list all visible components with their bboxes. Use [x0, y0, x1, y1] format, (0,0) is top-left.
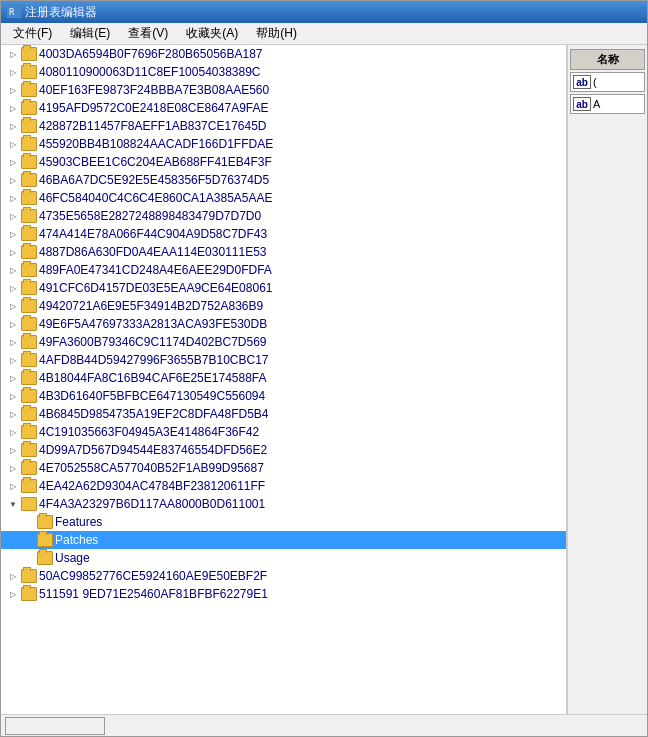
expand-icon[interactable]: ▷: [5, 154, 21, 170]
tree-panel[interactable]: ▷ 4003DA6594B0F7696F280B65056BA187 ▷ 408…: [1, 45, 567, 714]
expand-icon[interactable]: ▷: [5, 46, 21, 62]
tree-item[interactable]: ▷ 491CFC6D4157DE03E5EAA9CE64E08061: [1, 279, 566, 297]
expand-icon[interactable]: ▷: [5, 136, 21, 152]
tree-child-item-selected[interactable]: Patches: [1, 531, 566, 549]
tree-item[interactable]: ▷ 4E7052558CA577040B52F1AB99D95687: [1, 459, 566, 477]
expand-icon[interactable]: ▷: [5, 406, 21, 422]
expand-icon[interactable]: ▷: [5, 316, 21, 332]
expand-icon[interactable]: ▷: [5, 226, 21, 242]
right-panel-item-1[interactable]: ab (: [570, 72, 645, 92]
item-label-patches: Patches: [55, 533, 98, 547]
right-panel: 名称 ab ( ab A: [567, 45, 647, 714]
tree-item[interactable]: ▷ 40EF163FE9873F24BBBA7E3B08AAE560: [1, 81, 566, 99]
item-label: 4AFD8B44D59427996F3655B7B10CBC17: [39, 353, 269, 367]
tree-item[interactable]: ▷ 46FC584040C4C6C4E860CA1A385A5AAE: [1, 189, 566, 207]
expand-icon[interactable]: ▷: [5, 334, 21, 350]
tree-item[interactable]: ▷ 4AFD8B44D59427996F3655B7B10CBC17: [1, 351, 566, 369]
expand-icon[interactable]: ▷: [5, 244, 21, 260]
tree-item[interactable]: ▷ 49420721A6E9E5F34914B2D752A836B9: [1, 297, 566, 315]
expand-icon[interactable]: ▷: [5, 370, 21, 386]
tree-item[interactable]: ▷ 46BA6A7DC5E92E5E458356F5D76374D5: [1, 171, 566, 189]
expand-spacer: [21, 550, 37, 566]
expand-icon[interactable]: ▷: [5, 82, 21, 98]
item-label: 4887D86A630FD0A4EAA114E030111E53: [39, 245, 267, 259]
folder-icon: [21, 155, 37, 169]
menu-file[interactable]: 文件(F): [5, 23, 60, 44]
expand-icon[interactable]: ▷: [5, 100, 21, 116]
expand-icon[interactable]: ▼: [5, 496, 21, 512]
item-label: 4003DA6594B0F7696F280B65056BA187: [39, 47, 263, 61]
expand-icon[interactable]: ▷: [5, 208, 21, 224]
tree-item[interactable]: ▷ 49E6F5A47697333A2813ACA93FE530DB: [1, 315, 566, 333]
folder-icon: [21, 83, 37, 97]
title-bar: R 注册表编辑器: [1, 1, 647, 23]
expand-icon[interactable]: ▷: [5, 586, 21, 602]
tree-item[interactable]: ▷ 50AC99852776CE5924160AE9E50EBF2F: [1, 567, 566, 585]
tree-item[interactable]: ▷ 511591 9ED71E25460AF81BFBF62279E1: [1, 585, 566, 603]
menu-favorites[interactable]: 收藏夹(A): [178, 23, 246, 44]
folder-icon: [21, 263, 37, 277]
folder-icon: [21, 227, 37, 241]
expand-icon[interactable]: ▷: [5, 568, 21, 584]
expand-icon[interactable]: ▷: [5, 478, 21, 494]
tree-item[interactable]: ▷ 4887D86A630FD0A4EAA114E030111E53: [1, 243, 566, 261]
folder-icon: [21, 191, 37, 205]
tree-item[interactable]: ▷ 455920BB4B108824AACADF166D1FFDAE: [1, 135, 566, 153]
menu-view[interactable]: 查看(V): [120, 23, 176, 44]
expand-icon[interactable]: ▷: [5, 352, 21, 368]
menu-edit[interactable]: 编辑(E): [62, 23, 118, 44]
expand-icon[interactable]: ▷: [5, 118, 21, 134]
tree-item[interactable]: ▷ 49FA3600B79346C9C1174D402BC7D569: [1, 333, 566, 351]
expand-icon[interactable]: ▷: [5, 424, 21, 440]
tree-item[interactable]: ▷ 4003DA6594B0F7696F280B65056BA187: [1, 45, 566, 63]
tree-item[interactable]: ▷ 4B3D61640F5BFBCE647130549C556094: [1, 387, 566, 405]
item-label: 49E6F5A47697333A2813ACA93FE530DB: [39, 317, 267, 331]
right-panel-item-2[interactable]: ab A: [570, 94, 645, 114]
folder-icon: [21, 173, 37, 187]
status-bar: [1, 714, 647, 736]
tree-item[interactable]: ▷ 4B18044FA8C16B94CAF6E25E174588FA: [1, 369, 566, 387]
tree-item[interactable]: ▷ 4D99A7D567D94544E83746554DFD56E2: [1, 441, 566, 459]
folder-icon: [21, 281, 37, 295]
tree-item[interactable]: ▷ 489FA0E47341CD248A4E6AEE29D0FDFA: [1, 261, 566, 279]
folder-icon: [21, 137, 37, 151]
tree-item[interactable]: ▷ 4EA42A62D9304AC4784BF238120611FF: [1, 477, 566, 495]
title-bar-icon: R: [7, 4, 21, 21]
item-label: 4EA42A62D9304AC4784BF238120611FF: [39, 479, 265, 493]
folder-icon: [21, 587, 37, 601]
folder-icon: [21, 335, 37, 349]
menu-help[interactable]: 帮助(H): [248, 23, 305, 44]
tree-item[interactable]: ▷ 4C191035663F04945A3E414864F36F42: [1, 423, 566, 441]
tree-item[interactable]: ▷ 45903CBEE1C6C204EAB688FF41EB4F3F: [1, 153, 566, 171]
tree-child-item[interactable]: Features: [1, 513, 566, 531]
main-content: ▷ 4003DA6594B0F7696F280B65056BA187 ▷ 408…: [1, 45, 647, 714]
tree-item[interactable]: ▷ 428872B11457F8AEFF1AB837CE17645D: [1, 117, 566, 135]
item-label: 46FC584040C4C6C4E860CA1A385A5AAE: [39, 191, 273, 205]
tree-item[interactable]: ▷ 474A414E78A066F44C904A9D58C7DF43: [1, 225, 566, 243]
tree-child-item[interactable]: Usage: [1, 549, 566, 567]
item-label: 455920BB4B108824AACADF166D1FFDAE: [39, 137, 273, 151]
item-label: 49FA3600B79346C9C1174D402BC7D569: [39, 335, 267, 349]
expand-icon[interactable]: ▷: [5, 298, 21, 314]
expand-icon[interactable]: ▷: [5, 280, 21, 296]
folder-icon: [21, 317, 37, 331]
expand-icon[interactable]: ▷: [5, 262, 21, 278]
item-label: 489FA0E47341CD248A4E6AEE29D0FDFA: [39, 263, 272, 277]
tree-item[interactable]: ▷ 4080110900063D11C8EF10054038389C: [1, 63, 566, 81]
expand-icon[interactable]: ▷: [5, 460, 21, 476]
item-label: 4B3D61640F5BFBCE647130549C556094: [39, 389, 265, 403]
expand-icon[interactable]: ▷: [5, 64, 21, 80]
folder-icon: [21, 245, 37, 259]
tree-item-expanded[interactable]: ▼ 4F4A3A23297B6D117AA8000B0D611001: [1, 495, 566, 513]
tree-item[interactable]: ▷ 4195AFD9572C0E2418E08CE8647A9FAE: [1, 99, 566, 117]
expand-icon[interactable]: ▷: [5, 442, 21, 458]
folder-icon: [21, 119, 37, 133]
expand-icon[interactable]: ▷: [5, 172, 21, 188]
expand-icon[interactable]: ▷: [5, 388, 21, 404]
item-label: 4B18044FA8C16B94CAF6E25E174588FA: [39, 371, 267, 385]
folder-icon: [21, 461, 37, 475]
folder-icon: [21, 47, 37, 61]
expand-icon[interactable]: ▷: [5, 190, 21, 206]
tree-item[interactable]: ▷ 4735E5658E2827248898483479D7D7D0: [1, 207, 566, 225]
tree-item[interactable]: ▷ 4B6845D9854735A19EF2C8DFA48FD5B4: [1, 405, 566, 423]
